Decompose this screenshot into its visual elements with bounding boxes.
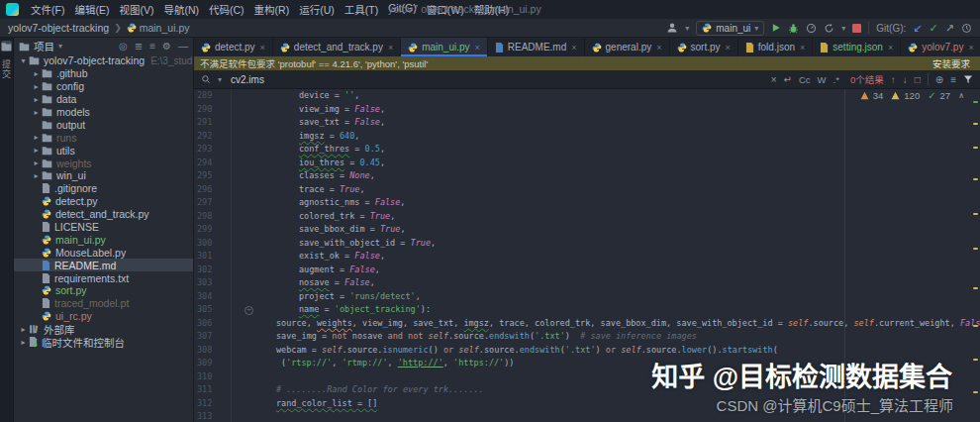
fold-marker-icon[interactable]: −	[245, 306, 253, 315]
tree-item-临时文件和控制台[interactable]: ▸临时文件和控制台	[14, 336, 193, 349]
find-in-selection-icon[interactable]: □	[915, 74, 921, 85]
code-line-302[interactable]: 302augment = False,	[194, 264, 980, 277]
code-line-299[interactable]: 299save_bbox_dim = True,	[194, 223, 980, 237]
code-line-301[interactable]: 301exist_ok = False,	[194, 250, 980, 264]
close-tab-icon[interactable]: ×	[571, 43, 576, 53]
install-requirements-link[interactable]: 安装要求	[932, 56, 974, 70]
locate-file-icon[interactable]: ◎	[119, 41, 128, 52]
close-tab-icon[interactable]: ×	[475, 43, 480, 53]
expand-arrow-icon[interactable]: ▸	[18, 325, 29, 334]
clear-search-icon[interactable]: ×	[771, 74, 777, 85]
tab-yolov7.py[interactable]: yolov7.py×	[901, 38, 980, 56]
hide-panel-icon[interactable]: —	[178, 41, 188, 52]
close-tab-icon[interactable]: ×	[888, 43, 893, 53]
tab-main_ui.py[interactable]: main_ui.py×	[401, 38, 488, 56]
find-option-W[interactable]: W	[818, 74, 827, 85]
expand-arrow-icon[interactable]: ▸	[31, 82, 42, 91]
menu-运行U[interactable]: 运行(U)	[294, 1, 340, 18]
tree-item-models[interactable]: ▸models	[14, 106, 193, 119]
tab-sort.py[interactable]: sort.py×	[670, 38, 738, 56]
code-line-293[interactable]: 293conf_thres = 0.5,	[194, 143, 980, 157]
tree-item-config[interactable]: ▸config	[14, 80, 193, 93]
settings-gear-icon[interactable]: ⚙	[162, 41, 171, 52]
tab-setting.json[interactable]: setting.json×	[813, 38, 901, 56]
tab-general.py[interactable]: general.py×	[585, 38, 670, 56]
tree-item-detect.py[interactable]: detect.py	[14, 195, 193, 208]
search-input[interactable]: cv2.ims	[231, 74, 764, 85]
tree-item-traced_model.pt[interactable]: traced_model.pt	[14, 297, 193, 310]
expand-arrow-icon[interactable]: ▸	[31, 171, 42, 180]
expand-arrow-icon[interactable]: ▾	[18, 56, 29, 65]
tab-README.md[interactable]: README.md×	[488, 38, 585, 56]
code-line-294[interactable]: 294iou_thres = 0.45,	[194, 157, 980, 170]
code-line-296[interactable]: 296trace = True,	[194, 183, 980, 197]
tree-item-runs[interactable]: ▸runs	[14, 131, 193, 144]
search-history-chevron-icon[interactable]: ▾	[218, 75, 222, 84]
tree-item-requirements.txt[interactable]: requirements.txt	[14, 271, 193, 284]
user-account-icon[interactable]	[666, 22, 678, 34]
breadcrumb-project[interactable]: yolov7-object-tracking	[8, 22, 109, 34]
code-line-290[interactable]: 290view_img = False,	[194, 103, 980, 117]
error-stripe-scrollbar[interactable]	[973, 89, 978, 422]
code-line-307[interactable]: 307save_img = not nosave and not self.so…	[194, 330, 980, 344]
tree-item-data[interactable]: ▸data	[14, 93, 193, 106]
tree-item-win_ui[interactable]: ▸win_ui	[14, 169, 193, 182]
menu-重构R[interactable]: 重构(R)	[249, 1, 295, 18]
close-tab-icon[interactable]: ×	[388, 43, 393, 53]
tree-item-output[interactable]: output	[14, 118, 193, 131]
collapse-all-icon[interactable]: ≡	[149, 41, 155, 52]
project-panel-title[interactable]: 项目	[34, 39, 54, 53]
run-configuration-select[interactable]: main_ui ▾	[696, 21, 764, 36]
menu-文件F[interactable]: 文件(F)	[26, 1, 69, 18]
code-line-300[interactable]: 300save_with_object_id = True,	[194, 237, 980, 251]
tree-item-LICENSE[interactable]: LICENSE	[14, 221, 193, 234]
menu-编辑E[interactable]: 编辑(E)	[69, 1, 114, 18]
expand-arrow-icon[interactable]: ▸	[31, 146, 42, 155]
tree-item-weights[interactable]: ▸weights	[14, 157, 193, 169]
menu-视图V[interactable]: 视图(V)	[114, 1, 158, 18]
menu-工具T[interactable]: 工具(T)	[340, 1, 383, 18]
profiler-button[interactable]	[806, 23, 817, 34]
close-tab-icon[interactable]: ×	[656, 43, 661, 53]
tree-item-MouseLabel.py[interactable]: MouseLabel.py	[14, 246, 193, 259]
tree-item-README.md[interactable]: README.md	[14, 259, 193, 271]
inspections-chevron-icon[interactable]: ∧	[958, 91, 964, 100]
select-all-occurrences-icon[interactable]: ⊕	[935, 74, 943, 85]
stop-button[interactable]	[852, 24, 861, 33]
code-line-295[interactable]: 295classes = None,	[194, 169, 980, 183]
tree-item-ui_rc.py[interactable]: ui_rc.py	[14, 310, 193, 323]
expand-arrow-icon[interactable]: ▸	[31, 158, 42, 167]
git-history-icon[interactable]	[961, 23, 972, 34]
show-filter-popup-icon[interactable]: ≡	[950, 74, 956, 85]
code-line-305[interactable]: 305−name = 'object_tracking'):	[194, 303, 980, 317]
code-line-304[interactable]: 304project = 'runs/detect',	[194, 290, 980, 304]
git-push-icon[interactable]: ↗	[945, 23, 954, 34]
git-update-icon[interactable]: ↙	[913, 23, 922, 34]
find-option-.*[interactable]: .*	[833, 74, 839, 85]
previous-occurrence-icon[interactable]: ↑	[891, 74, 896, 85]
close-tab-icon[interactable]: ×	[968, 43, 973, 53]
filter-funnel-icon[interactable]	[963, 74, 973, 84]
tree-item-.gitignore[interactable]: .gitignore	[14, 182, 193, 195]
run-button[interactable]	[771, 23, 781, 33]
close-tab-icon[interactable]: ×	[726, 43, 731, 53]
expand-arrow-icon[interactable]: ▸	[18, 338, 29, 347]
commit-tool-window-button[interactable]: 提交	[0, 59, 13, 79]
find-option-Cc[interactable]: Cc	[799, 74, 811, 85]
expand-arrow-icon[interactable]: ▸	[31, 108, 42, 117]
code-line-297[interactable]: 297agnostic_nms = False,	[194, 196, 980, 210]
next-occurrence-icon[interactable]: ↓	[903, 74, 908, 85]
code-line-291[interactable]: 291save_txt = False,	[194, 116, 980, 130]
newline-icon[interactable]: ↵	[784, 74, 792, 85]
tree-item-yolov7-object-tracking[interactable]: ▾yolov7-object-trackingE:\3_study\yolov7…	[14, 54, 193, 67]
debug-button[interactable]	[788, 23, 799, 34]
code-line-306[interactable]: 306source, weights, view_img, save_txt, …	[194, 317, 980, 331]
code-line-292[interactable]: 292imgsz = 640,	[194, 130, 980, 144]
close-tab-icon[interactable]: ×	[260, 43, 265, 53]
rerun-button[interactable]	[824, 23, 834, 34]
expand-arrow-icon[interactable]: ▸	[31, 95, 42, 104]
tab-fold.json[interactable]: fold.json×	[738, 38, 814, 56]
code-line-303[interactable]: 303nosave = False,	[194, 276, 980, 290]
tab-detect.py[interactable]: detect.py×	[194, 38, 273, 56]
menu-代码C[interactable]: 代码(C)	[204, 1, 249, 18]
